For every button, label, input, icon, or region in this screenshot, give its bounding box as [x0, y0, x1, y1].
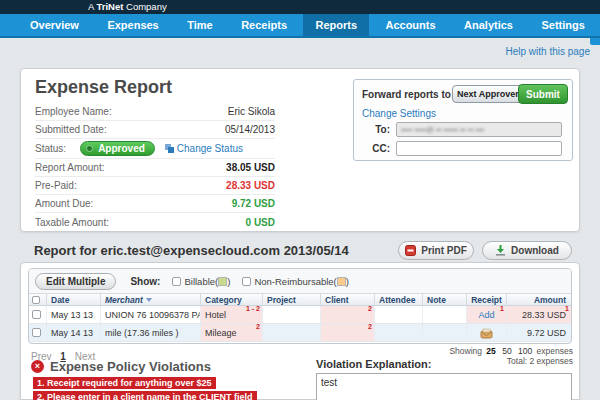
amount-value: 28.33 USD [522, 310, 566, 320]
field-label: Report Amount: [35, 162, 104, 173]
field-label: Taxable Amount: [35, 217, 109, 228]
merchant-header-label: Merchant [105, 294, 143, 305]
receipt-icon[interactable] [480, 328, 493, 339]
row-checkbox[interactable] [32, 310, 41, 319]
brand-name: TriNet [96, 1, 123, 12]
expenses-panel: Edit Multiple Show: Billable() Non-Reimb… [20, 262, 580, 400]
nav-time[interactable]: Time [175, 14, 224, 36]
page-size-100[interactable]: 100 [518, 346, 532, 356]
expense-report-page: A TriNet Company Overview Expenses Time … [0, 0, 600, 400]
cell-category: Hotel1 - 2 [201, 306, 263, 323]
main-nav: Overview Expenses Time Receipts Reports … [0, 14, 600, 38]
brand-prefix: A [88, 1, 94, 12]
billable-checkbox[interactable] [172, 277, 181, 286]
change-status-icon [165, 144, 174, 153]
violation-flag: 1 [500, 306, 504, 313]
download-icon [495, 245, 506, 256]
violation-flag: 2 [368, 324, 372, 331]
cell-note [423, 324, 467, 341]
cell-category: Mileage2 [201, 324, 263, 341]
cell-amount: 9.72 USD [507, 324, 571, 341]
non-reimbursable-checkbox[interactable] [242, 277, 251, 286]
billable-filter[interactable]: Billable() [172, 276, 230, 287]
to-field[interactable]: •••• ••••@ •• ••••• •• •• ••• [396, 122, 562, 137]
cell-attendee [375, 324, 423, 341]
field-label: Amount Due: [35, 198, 93, 209]
cc-label: CC: [356, 143, 390, 154]
cell-attendee [375, 306, 423, 323]
submit-button[interactable]: Submit [518, 84, 568, 104]
nav-reports[interactable]: Reports [303, 14, 369, 36]
nav-settings[interactable]: Settings [529, 14, 596, 36]
violation-flag: 2 [368, 306, 372, 313]
blue-tab-icon[interactable] [590, 38, 600, 45]
brand-bar: A TriNet Company [0, 0, 600, 14]
nav-receipts[interactable]: Receipts [229, 14, 299, 36]
report-amount-row: Report Amount: 38.05 USD [35, 159, 275, 177]
col-header-date: Date [47, 294, 101, 305]
cell-merchant: mile (17.36 miles ) [101, 324, 201, 341]
violation-flag: 1 - 2 [246, 306, 260, 313]
violations-title: Expense Policy Violations [50, 359, 211, 374]
violation-item-1: 1. Receipt required for anything over $2… [33, 377, 216, 389]
pre-paid-row: Pre-Paid: 28.33 USD [35, 177, 275, 195]
table-toolbar: Edit Multiple Show: Billable() Non-Reimb… [29, 269, 571, 293]
brand-suffix: Company [126, 1, 167, 12]
change-settings-link[interactable]: Change Settings [362, 108, 436, 119]
expenses-table: Edit Multiple Show: Billable() Non-Reimb… [28, 268, 572, 344]
status-row: Status: Approved Change Status [35, 139, 275, 159]
page-size-50[interactable]: 50 [502, 346, 511, 356]
status-dot-icon [86, 145, 93, 152]
print-pdf-button[interactable]: Print PDF [398, 241, 474, 260]
nav-analytics[interactable]: Analytics [452, 14, 525, 36]
forward-reports-label: Forward reports to: [362, 89, 454, 100]
cell-amount: 28.33 USD1 [507, 306, 571, 323]
violation-flag: 2 [256, 324, 260, 331]
non-reimbursable-swatch-icon [337, 277, 346, 286]
violations-heading: × Expense Policy Violations [31, 359, 211, 374]
cell-receipt [467, 324, 507, 341]
to-field-obscured-value: •••• ••••@ •• ••••• •• •• ••• [397, 123, 561, 137]
cell-merchant: UNION 76 10096378 PACIFI... [101, 306, 201, 323]
to-label: To: [356, 124, 390, 135]
taxable-amount-row: Taxable Amount: 0 USD [35, 213, 275, 231]
submitted-date-value: 05/14/2013 [225, 124, 275, 135]
col-header-amount: Amount [507, 294, 571, 305]
cell-receipt: Add1 [467, 306, 507, 323]
change-status-link[interactable]: Change Status [165, 143, 243, 154]
page-size-25[interactable]: 25 [486, 346, 495, 356]
edit-multiple-button[interactable]: Edit Multiple [35, 273, 116, 290]
cell-date: May 14 13 [47, 324, 101, 341]
forward-to-selected-value: Next Approver [453, 89, 522, 99]
billable-label: Billable( [184, 276, 218, 287]
nav-accounts[interactable]: Accounts [373, 14, 447, 36]
violation-item-2: 2. Please enter in a client name in the … [33, 391, 257, 400]
non-reimbursable-filter[interactable]: Non-Reimbursable() [242, 276, 349, 287]
employee-name-row: Employee Name: Eric Sikola [35, 103, 275, 121]
billable-label-close: ) [227, 276, 230, 287]
help-link[interactable]: Help with this page [506, 46, 591, 57]
cell-date: May 13 13 [47, 306, 101, 323]
nav-expenses[interactable]: Expenses [95, 14, 170, 36]
nav-overview[interactable]: Overview [18, 14, 91, 36]
expense-row-1: May 13 13 UNION 76 10096378 PACIFI... Ho… [29, 306, 571, 324]
violation-explanation-textarea[interactable]: test [316, 373, 572, 400]
table-header-row: Date Merchant Category Project Client At… [29, 293, 571, 306]
submitted-date-row: Submitted Date: 05/14/2013 [35, 121, 275, 139]
taxable-amount-value: 0 USD [246, 217, 275, 228]
expense-report-summary-panel: Expense Report Employee Name: Eric Sikol… [20, 68, 580, 232]
pdf-icon [405, 245, 416, 256]
select-all-checkbox[interactable] [32, 296, 40, 304]
field-label: Pre-Paid: [35, 180, 77, 191]
download-button[interactable]: Download [482, 241, 572, 260]
error-icon: × [31, 360, 44, 373]
page-title: Expense Report [35, 77, 172, 98]
col-header-attendee: Attendee [375, 294, 423, 305]
row-checkbox[interactable] [32, 328, 41, 337]
add-receipt-link[interactable]: Add [478, 310, 494, 320]
show-label: Show: [130, 276, 160, 287]
col-header-project: Project [263, 294, 321, 305]
cc-field[interactable] [396, 141, 562, 156]
print-pdf-label: Print PDF [421, 245, 467, 256]
col-header-merchant[interactable]: Merchant [101, 294, 201, 305]
